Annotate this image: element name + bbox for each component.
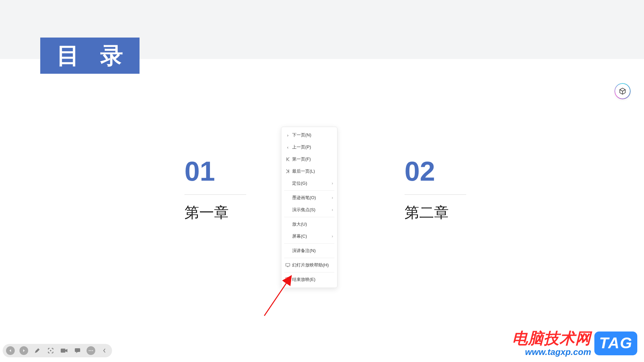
menu-item-label: 下一页(N)	[291, 132, 334, 138]
svg-rect-3	[61, 349, 65, 353]
watermark-tag: TAG	[594, 331, 637, 355]
menu-prev-page[interactable]: ‹ 上一页(P)	[281, 141, 337, 153]
menu-item-label: 幻灯片放映帮助(H)	[291, 262, 334, 268]
camera-icon	[60, 348, 68, 353]
menu-first-page[interactable]: 第一页(F)	[281, 153, 337, 165]
menu-next-page[interactable]: › 下一页(N)	[281, 129, 337, 141]
triangle-left-icon	[8, 349, 12, 353]
menu-goto[interactable]: 定位(G) ›	[281, 177, 337, 189]
section-label: 第二章	[405, 203, 466, 223]
pen-button[interactable]	[33, 346, 42, 355]
triangle-right-icon	[22, 349, 26, 353]
cube-icon	[619, 87, 626, 95]
menu-item-label: 最后一页(L)	[291, 168, 334, 174]
notes-icon	[74, 348, 81, 354]
menu-item-label: 墨迹画笔(O)	[291, 195, 332, 201]
menu-slideshow-help[interactable]: 幻灯片放映帮助(H)	[281, 259, 337, 271]
close-icon: ✕	[285, 277, 291, 282]
menu-screen[interactable]: 屏幕(C) ›	[281, 230, 337, 242]
assistant-badge[interactable]	[615, 84, 630, 99]
section-number: 01	[184, 158, 246, 185]
more-button[interactable]	[87, 346, 95, 355]
chevron-right-icon: ›	[285, 133, 291, 138]
page-title: 目 录	[49, 41, 131, 71]
section-number: 02	[405, 158, 466, 185]
section-01: 01 第一章	[184, 158, 246, 223]
slideshow-toolbar	[3, 344, 112, 357]
divider	[405, 194, 466, 195]
svg-point-6	[90, 350, 91, 351]
focus-icon	[47, 347, 54, 354]
menu-separator	[284, 217, 334, 217]
watermark: 电脑技术网 www.tagxp.com TAG	[512, 329, 637, 357]
svg-point-2	[50, 350, 51, 351]
menu-last-page[interactable]: 最后一页(L)	[281, 165, 337, 177]
menu-item-label: 结束放映(E)	[291, 277, 334, 283]
menu-separator	[284, 243, 334, 244]
section-label: 第一章	[184, 203, 246, 223]
svg-point-5	[89, 350, 90, 351]
menu-item-label: 演讲备注(N)	[291, 248, 334, 254]
submenu-arrow-icon: ›	[332, 234, 334, 239]
menu-separator	[284, 272, 334, 273]
menu-item-label: 上一页(P)	[291, 144, 334, 150]
next-button[interactable]	[19, 346, 28, 355]
svg-rect-4	[75, 348, 80, 352]
menu-presentation-focus[interactable]: 演示焦点(S) ›	[281, 204, 337, 216]
svg-rect-0	[286, 263, 290, 266]
menu-ink-pen[interactable]: 墨迹画笔(O) ›	[281, 192, 337, 204]
menu-separator	[284, 190, 334, 191]
watermark-text: 电脑技术网	[512, 329, 591, 347]
skip-start-icon	[285, 157, 291, 161]
focus-button[interactable]	[46, 346, 55, 355]
watermark-url: www.tagxp.com	[512, 347, 591, 357]
pen-icon	[34, 347, 41, 354]
notes-button[interactable]	[73, 346, 82, 355]
more-icon	[89, 350, 93, 351]
collapse-button[interactable]	[100, 346, 109, 355]
monitor-icon	[285, 263, 291, 267]
chevron-left-icon: ‹	[285, 145, 291, 150]
page-title-box: 目 录	[40, 38, 140, 74]
section-02: 02 第二章	[405, 158, 466, 223]
svg-point-7	[92, 350, 93, 351]
menu-item-label: 屏幕(C)	[291, 233, 332, 239]
menu-end-show[interactable]: ✕ 结束放映(E)	[281, 274, 337, 286]
skip-end-icon	[285, 169, 291, 173]
menu-item-label: 第一页(F)	[291, 156, 334, 162]
menu-item-label: 定位(G)	[291, 180, 332, 186]
menu-item-label: 演示焦点(S)	[291, 207, 332, 213]
divider	[184, 194, 246, 195]
submenu-arrow-icon: ›	[332, 181, 334, 186]
menu-separator	[284, 258, 334, 258]
submenu-arrow-icon: ›	[332, 207, 334, 212]
menu-speaker-notes[interactable]: 演讲备注(N)	[281, 245, 337, 257]
context-menu: › 下一页(N) ‹ 上一页(P) 第一页(F) 最后一页(L) 定位(G) ›…	[281, 127, 337, 288]
chevron-left-icon	[103, 348, 106, 353]
menu-zoom-in[interactable]: 放大(U)	[281, 218, 337, 230]
prev-button[interactable]	[6, 346, 15, 355]
submenu-arrow-icon: ›	[332, 195, 334, 200]
menu-item-label: 放大(U)	[291, 221, 334, 227]
record-button[interactable]	[60, 346, 68, 355]
